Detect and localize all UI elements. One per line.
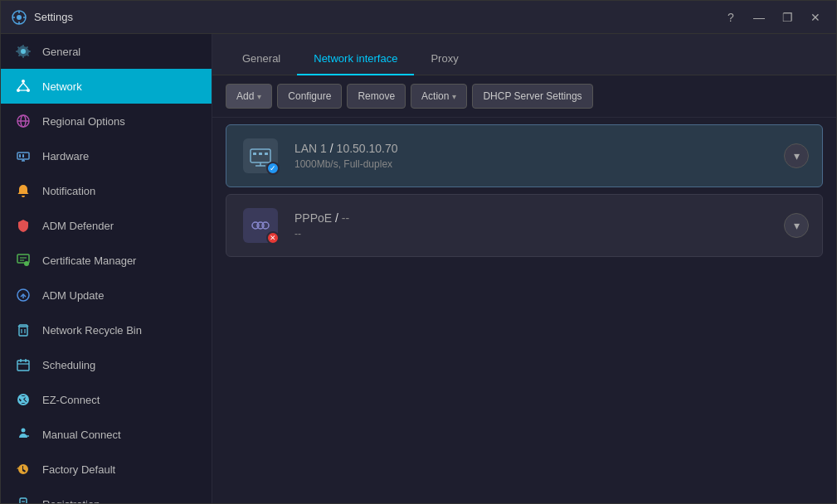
pppoe-status-badge: ✕ [266,231,280,245]
factory-default-label: Factory Default [42,463,115,476]
adm-update-icon [14,286,32,304]
factory-default-icon [14,460,32,478]
remove-button[interactable]: Remove [347,84,406,109]
sidebar-item-hardware[interactable]: Hardware [1,138,212,173]
pppoe-icon-container: ✕ [240,205,281,246]
lan1-icon-container: ✓ [240,135,281,177]
network-toolbar: Add ▾ Configure Remove Action ▾ DHCP Ser… [212,75,836,118]
adm-update-label: ADM Update [42,289,104,302]
adm-defender-icon [14,216,32,235]
sidebar-item-certificate-manager[interactable]: Certificate Manager [1,243,212,278]
add-button[interactable]: Add ▾ [226,84,272,109]
tab-network-interface[interactable]: Network interface [297,42,414,75]
sidebar: General Network [1,34,212,503]
lan1-expand-button[interactable]: ▾ [784,143,809,168]
help-button[interactable]: ? [720,7,742,28]
sidebar-item-registration[interactable]: Registration [1,487,212,503]
network-recycle-icon [14,321,32,339]
general-label: General [42,46,80,58]
sidebar-item-manual-connect[interactable]: Manual Connect [1,417,212,452]
tab-proxy[interactable]: Proxy [414,42,474,75]
svg-point-48 [262,222,269,229]
notification-icon [14,182,32,200]
maximize-button[interactable]: ❐ [776,7,798,28]
manual-connect-label: Manual Connect [42,429,121,441]
action-button[interactable]: Action ▾ [411,84,467,109]
adm-defender-label: ADM Defender [42,220,114,232]
regional-icon [14,112,32,130]
svg-rect-41 [253,153,256,155]
certificate-label: Certificate Manager [42,254,136,267]
certificate-icon [14,251,32,269]
sidebar-item-network[interactable]: Network [1,69,212,104]
svg-rect-43 [265,153,268,155]
sidebar-item-network-recycle-bin[interactable]: Network Recycle Bin [1,313,212,347]
minimize-button[interactable]: — [748,7,770,28]
svg-point-7 [22,80,25,83]
hardware-icon [14,147,32,165]
ez-connect-icon [14,390,32,409]
network-list: ✓ LAN 1 / 10.50.10.70 1000Mb/s, Full-dup… [212,118,836,503]
lan1-chevron-icon: ▾ [794,149,800,162]
notification-label: Notification [42,185,95,197]
pppoe-name: PPPoE / -- [294,211,784,225]
configure-button[interactable]: Configure [277,84,342,109]
pppoe-detail: -- [294,228,784,240]
right-panel: General Network interface Proxy Add ▾ Co… [212,34,836,503]
regional-label: Regional Options [42,115,125,128]
sidebar-item-factory-default[interactable]: Factory Default [1,452,212,487]
window-title: Settings [34,11,720,23]
manual-connect-icon [14,425,32,443]
svg-rect-27 [19,327,27,336]
sidebar-item-regional-options[interactable]: Regional Options [1,104,212,138]
svg-rect-30 [17,361,29,371]
hardware-label: Hardware [42,150,89,162]
svg-rect-42 [259,153,262,155]
network-item-pppoe[interactable]: ✕ PPPoE / -- -- ▾ [226,194,823,257]
pppoe-chevron-icon: ▾ [794,219,800,232]
titlebar: Settings ? — ❐ ✕ [1,1,836,34]
main-content: General Network [1,34,836,503]
pppoe-info: PPPoE / -- -- [294,211,784,240]
lan1-detail: 1000Mb/s, Full-duplex [294,158,784,170]
network-item-lan1[interactable]: ✓ LAN 1 / 10.50.10.70 1000Mb/s, Full-dup… [226,124,823,187]
sidebar-item-notification[interactable]: Notification [1,173,212,208]
svg-line-10 [18,83,23,89]
ez-connect-label: EZ-Connect [42,394,100,406]
scheduling-label: Scheduling [42,359,95,371]
svg-rect-17 [19,154,21,158]
lan1-name: LAN 1 / 10.50.10.70 [294,142,784,155]
sidebar-item-general[interactable]: General [1,34,212,69]
sidebar-item-adm-defender[interactable]: ADM Defender [1,208,212,243]
network-icon [14,77,32,95]
sidebar-item-scheduling[interactable]: Scheduling [1,347,212,382]
svg-rect-36 [20,498,27,503]
network-recycle-label: Network Recycle Bin [42,324,142,337]
tab-general[interactable]: General [226,42,297,75]
svg-rect-40 [251,149,270,162]
app-icon [11,9,27,26]
pppoe-expand-button[interactable]: ▾ [784,213,809,238]
tabs-bar: General Network interface Proxy [212,34,836,75]
svg-point-24 [24,261,29,266]
lan1-info: LAN 1 / 10.50.10.70 1000Mb/s, Full-duple… [294,142,784,170]
svg-line-11 [23,83,28,89]
lan1-status-badge: ✓ [266,162,280,175]
add-chevron-icon: ▾ [257,92,261,101]
window-controls: ? — ❐ ✕ [720,7,826,28]
svg-point-34 [22,429,26,433]
settings-window: Settings ? — ❐ ✕ General [0,0,837,504]
scheduling-icon [14,356,32,374]
close-button[interactable]: ✕ [805,7,826,28]
sidebar-item-adm-update[interactable]: ADM Update [1,278,212,313]
sidebar-item-ez-connect[interactable]: EZ-Connect [1,382,212,417]
registration-label: Registration [42,498,100,504]
network-label: Network [42,80,82,93]
action-chevron-icon: ▾ [452,92,456,101]
svg-rect-18 [22,154,24,158]
dhcp-server-settings-button[interactable]: DHCP Server Settings [472,84,592,109]
general-icon [14,42,32,61]
svg-point-1 [17,15,22,20]
registration-icon [14,495,32,503]
